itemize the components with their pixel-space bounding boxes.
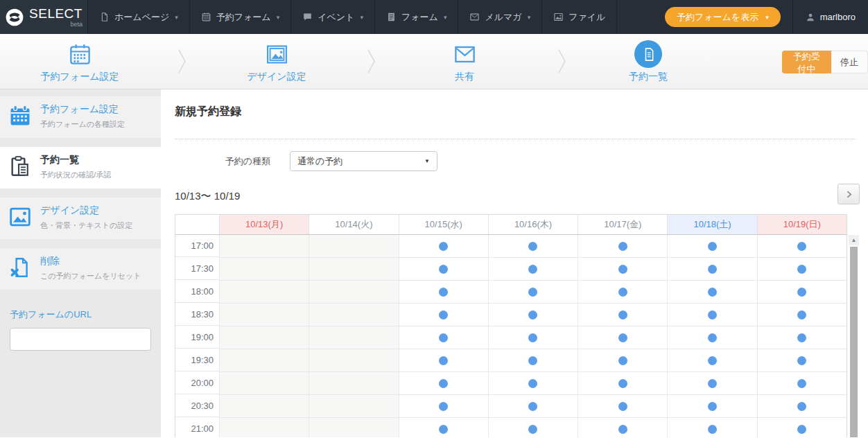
available-slot-dot[interactable] (797, 356, 806, 365)
available-slot-dot[interactable] (708, 356, 717, 365)
available-slot-dot[interactable] (528, 242, 537, 251)
slot-cell[interactable] (578, 281, 667, 304)
available-slot-dot[interactable] (797, 333, 806, 342)
slot-cell[interactable] (488, 349, 578, 372)
step-share[interactable]: 共有 (406, 40, 523, 83)
available-slot-dot[interactable] (618, 402, 627, 411)
slot-cell[interactable] (488, 235, 578, 258)
available-slot-dot[interactable] (618, 310, 627, 319)
available-slot-dot[interactable] (708, 379, 717, 388)
slot-cell[interactable] (667, 258, 756, 281)
available-slot-dot[interactable] (708, 288, 717, 297)
slot-cell[interactable] (667, 395, 756, 418)
available-slot-dot[interactable] (528, 356, 537, 365)
available-slot-dot[interactable] (528, 288, 537, 297)
next-week-button[interactable] (837, 184, 860, 204)
slot-cell[interactable] (667, 281, 756, 304)
available-slot-dot[interactable] (439, 310, 448, 319)
slot-cell[interactable] (667, 235, 756, 258)
available-slot-dot[interactable] (528, 333, 537, 342)
slot-cell[interactable] (667, 349, 756, 372)
sidebar-item-form-settings[interactable]: 予約フォーム設定予約フォームの各種設定 (0, 96, 161, 138)
slot-cell[interactable] (578, 326, 667, 349)
available-slot-dot[interactable] (708, 402, 717, 411)
available-slot-dot[interactable] (618, 356, 627, 365)
slot-cell[interactable] (488, 395, 578, 418)
slot-cell[interactable] (757, 235, 847, 258)
slot-cell[interactable] (488, 418, 578, 437)
available-slot-dot[interactable] (528, 402, 537, 411)
available-slot-dot[interactable] (708, 425, 717, 434)
slot-cell[interactable] (399, 304, 488, 326)
slot-cell[interactable] (399, 281, 488, 304)
user-menu[interactable]: marlboro (792, 0, 868, 34)
slot-cell[interactable] (757, 258, 847, 281)
slot-cell[interactable] (667, 418, 756, 437)
step-design-settings[interactable]: デザイン設定 (218, 40, 336, 83)
available-slot-dot[interactable] (618, 379, 627, 388)
slot-cell[interactable] (488, 304, 578, 326)
slot-cell[interactable] (488, 372, 578, 395)
available-slot-dot[interactable] (528, 379, 537, 388)
slot-cell[interactable] (578, 395, 667, 418)
slot-cell[interactable] (757, 395, 847, 418)
available-slot-dot[interactable] (439, 333, 448, 342)
available-slot-dot[interactable] (439, 402, 448, 411)
sidebar-item-design-settings[interactable]: デザイン設定色・背景・テキストの設定 (0, 198, 161, 239)
nav-menu-file[interactable]: ファイル (542, 0, 617, 34)
available-slot-dot[interactable] (797, 288, 806, 297)
sidebar-item-delete[interactable]: 削除この予約フォームをリセット (0, 248, 161, 290)
slot-cell[interactable] (757, 372, 847, 395)
slot-cell[interactable] (399, 235, 488, 258)
available-slot-dot[interactable] (797, 425, 806, 434)
nav-menu-event[interactable]: イベント▾ (291, 0, 375, 34)
slot-cell[interactable] (578, 372, 667, 395)
accepting-reservations-button[interactable]: 予約受付中 (782, 51, 831, 73)
slot-cell[interactable] (578, 349, 667, 372)
scroll-up-button[interactable]: ▲ (849, 235, 859, 245)
slot-cell[interactable] (578, 418, 667, 437)
available-slot-dot[interactable] (797, 242, 806, 251)
nav-menu-mail-magazine[interactable]: メルマガ▾ (458, 0, 542, 34)
slot-cell[interactable] (578, 235, 667, 258)
slot-cell[interactable] (578, 304, 667, 326)
form-url-input[interactable] (10, 328, 151, 351)
available-slot-dot[interactable] (439, 425, 448, 434)
slot-cell[interactable] (399, 418, 488, 437)
slot-cell[interactable] (578, 258, 667, 281)
step-reservation-list[interactable]: 予約一覧 (589, 40, 707, 83)
available-slot-dot[interactable] (708, 333, 717, 342)
available-slot-dot[interactable] (708, 265, 717, 274)
slot-cell[interactable] (399, 372, 488, 395)
slot-cell[interactable] (757, 281, 847, 304)
slot-cell[interactable] (667, 326, 756, 349)
available-slot-dot[interactable] (797, 402, 806, 411)
sidebar-item-reservation-list[interactable]: 予約一覧予約状況の確認/承認 (0, 147, 161, 189)
show-reservation-form-button[interactable]: 予約フォームを表示 ▾ (665, 7, 781, 27)
available-slot-dot[interactable] (528, 265, 537, 274)
step-form-settings[interactable]: 予約フォーム設定 (21, 40, 139, 83)
available-slot-dot[interactable] (618, 288, 627, 297)
slot-cell[interactable] (488, 281, 578, 304)
reservation-type-select[interactable]: 通常の予約 ▼ (290, 151, 437, 171)
nav-menu-reservation-form[interactable]: 予約フォーム▾ (190, 0, 291, 34)
available-slot-dot[interactable] (618, 425, 627, 434)
nav-menu-form[interactable]: フォーム▾ (375, 0, 458, 34)
available-slot-dot[interactable] (439, 242, 448, 251)
available-slot-dot[interactable] (528, 310, 537, 319)
slot-cell[interactable] (667, 304, 756, 326)
slot-cell[interactable] (399, 395, 488, 418)
scrollbar-thumb[interactable] (850, 247, 858, 437)
slot-cell[interactable] (399, 258, 488, 281)
available-slot-dot[interactable] (528, 425, 537, 434)
slot-cell[interactable] (757, 418, 847, 437)
nav-menu-homepage[interactable]: ホームページ▾ (88, 0, 190, 34)
available-slot-dot[interactable] (797, 379, 806, 388)
stop-reservations-button[interactable]: 停止 (831, 51, 868, 73)
available-slot-dot[interactable] (618, 265, 627, 274)
slot-cell[interactable] (488, 258, 578, 281)
available-slot-dot[interactable] (618, 242, 627, 251)
slot-cell[interactable] (399, 349, 488, 372)
table-scrollbar[interactable]: ▲ (849, 235, 859, 437)
slot-cell[interactable] (757, 349, 847, 372)
